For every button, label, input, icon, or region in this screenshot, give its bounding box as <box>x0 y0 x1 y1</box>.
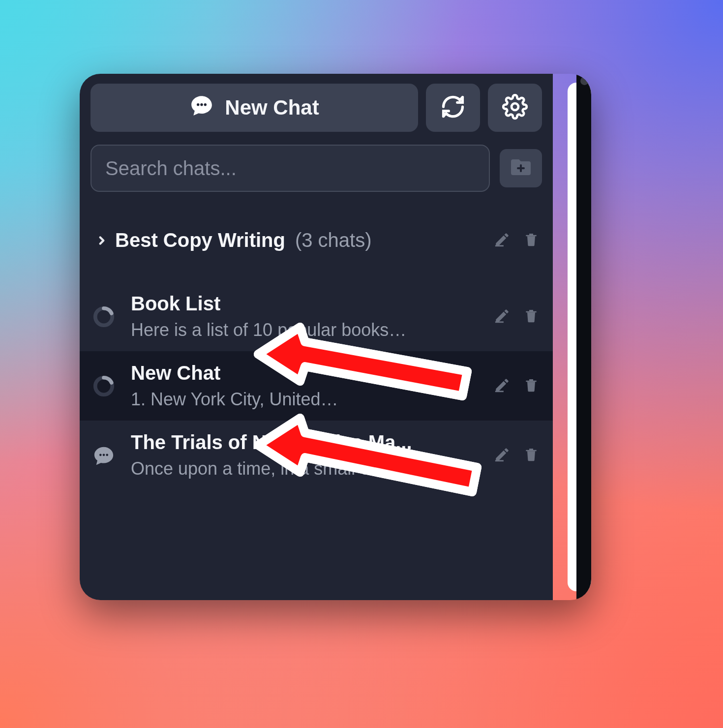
chat-text: New Chat 1. New York City, United… <box>131 362 481 410</box>
app-window: New Chat <box>80 74 591 600</box>
spinner-icon <box>90 375 118 397</box>
chevron-right-icon <box>93 234 110 247</box>
trash-icon[interactable] <box>523 307 539 326</box>
pencil-icon[interactable] <box>494 307 511 326</box>
chat-title: Book List <box>131 293 481 315</box>
pencil-icon[interactable] <box>494 231 511 250</box>
trash-icon[interactable] <box>523 446 539 465</box>
pencil-icon[interactable] <box>494 377 511 395</box>
spinner-icon <box>90 305 118 328</box>
search-row <box>80 140 553 192</box>
folder-actions <box>494 231 539 250</box>
refresh-icon <box>440 94 466 121</box>
svg-point-1 <box>201 103 203 106</box>
trash-icon[interactable] <box>523 231 539 250</box>
svg-point-10 <box>103 454 105 456</box>
chat-row[interactable]: New Chat 1. New York City, United… <box>80 351 553 421</box>
scrollbar-track[interactable] <box>576 74 591 600</box>
svg-point-0 <box>197 103 199 106</box>
chat-actions <box>494 446 539 465</box>
svg-point-2 <box>204 103 207 106</box>
folder-row[interactable]: Best Copy Writing (3 chats) <box>80 216 553 264</box>
chat-actions <box>494 307 539 326</box>
folder-count: (3 chats) <box>295 229 372 251</box>
sidebar: New Chat <box>80 74 553 600</box>
new-chat-button[interactable]: New Chat <box>90 84 418 132</box>
svg-rect-4 <box>495 245 504 246</box>
folder-name: Best Copy Writing <box>115 229 285 251</box>
folder-plus-icon <box>509 155 533 181</box>
refresh-button[interactable] <box>426 84 480 132</box>
chat-text: The Trials of Nara's Wise Ma... Once upo… <box>131 431 481 479</box>
chat-bubble-icon <box>189 93 214 122</box>
top-toolbar: New Chat <box>80 74 553 140</box>
chat-bubble-icon <box>90 444 118 467</box>
search-input[interactable] <box>90 145 490 192</box>
chat-text: Book List Here is a list of 10 popular b… <box>131 293 481 340</box>
sidebar-list: Best Copy Writing (3 chats) <box>80 216 553 490</box>
svg-point-11 <box>106 454 108 456</box>
pencil-icon[interactable] <box>494 446 511 465</box>
settings-button[interactable] <box>488 84 542 132</box>
new-folder-button[interactable] <box>500 149 542 187</box>
chat-preview: Here is a list of 10 popular books… <box>131 320 481 340</box>
chat-preview: Once upon a time, in a small villa... <box>131 458 481 479</box>
chat-row[interactable]: Book List Here is a list of 10 popular b… <box>80 282 553 351</box>
chat-title: New Chat <box>131 362 481 384</box>
svg-point-9 <box>99 454 102 456</box>
svg-point-3 <box>512 103 518 110</box>
chat-row[interactable]: The Trials of Nara's Wise Ma... Once upo… <box>80 421 553 490</box>
chat-title: The Trials of Nara's Wise Ma... <box>131 431 481 454</box>
chat-preview: 1. New York City, United… <box>131 389 481 410</box>
svg-rect-6 <box>495 321 504 323</box>
chat-actions <box>494 377 539 395</box>
trash-icon[interactable] <box>523 377 539 395</box>
new-chat-label: New Chat <box>225 96 319 120</box>
gear-icon <box>502 94 528 121</box>
svg-rect-8 <box>495 391 504 392</box>
svg-rect-12 <box>495 460 504 461</box>
